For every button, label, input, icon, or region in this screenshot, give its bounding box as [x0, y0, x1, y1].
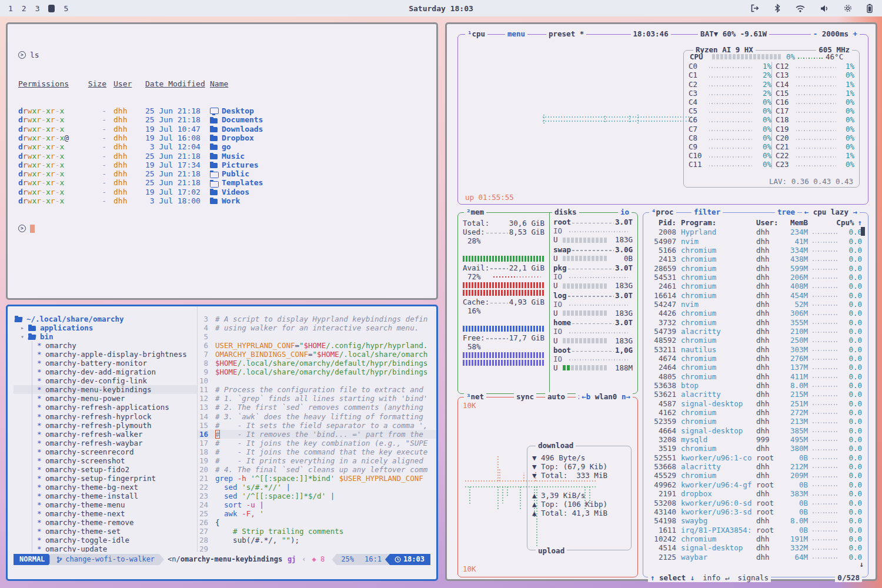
process-row[interactable]: 3208 mysqld 999 495M 0.0 [643, 435, 868, 444]
tree-item[interactable]: *omarchy-setup-fido2 [14, 465, 197, 474]
process-row[interactable]: 4162 chromium dhh 272M 0.0 [643, 408, 868, 417]
workspace-5[interactable]: 5 [64, 4, 68, 13]
process-row[interactable]: 53638 btop dhh 8.0M 0.0 [643, 381, 868, 390]
process-row[interactable]: 48592 chromium dhh 250M 0.0 [643, 336, 868, 345]
bluetooth-icon[interactable] [774, 4, 781, 13]
date-modified: 3 Jul 18:00 [145, 196, 203, 205]
process-row[interactable]: 2413 chromium dhh 438M 0.0 [643, 255, 868, 263]
net-scale-bottom: 10K [463, 564, 476, 573]
process-row[interactable]: 53621 alacritty dhh 215M 0.0 [643, 390, 868, 399]
gear-icon[interactable] [843, 4, 853, 13]
sort-arrow-icon[interactable]: ↑ [854, 218, 862, 227]
tree-item[interactable]: *omarchy-update [14, 544, 197, 552]
interval-decrease[interactable]: - [813, 29, 818, 38]
net-auto-toggle[interactable]: auto [545, 392, 567, 401]
process-row[interactable]: 2191 dropbox dhh 383M 0.0 [643, 489, 868, 498]
tree-item[interactable]: *omarchy-menu-keybindings [14, 385, 197, 394]
battery-icon[interactable] [867, 4, 873, 13]
process-row[interactable]: 54198 swaybg dhh 8.0M 0.0 [643, 516, 868, 525]
tree-item[interactable]: *omarchy-setup-fingerprint [14, 474, 197, 483]
tree-item[interactable]: *omarchy-apple-display-brightness [14, 350, 197, 359]
tree-item[interactable]: *omarchy-theme-bg-next [14, 483, 197, 492]
process-row[interactable]: 1611 irq/81-PIXA3854: root 0B 0.0 [643, 526, 868, 534]
wifi-icon[interactable] [795, 4, 806, 13]
process-row[interactable]: 4514 signal-desktop dhh 332M 0.0 [643, 543, 868, 552]
tree-item[interactable]: *omarchy-screenrecord [14, 447, 197, 456]
tree-item[interactable]: *omarchy-toggle-idle [14, 536, 197, 544]
workspace-1[interactable]: 1 [8, 4, 13, 13]
volume-icon[interactable] [820, 4, 829, 13]
process-row[interactable]: 4664 signal-desktop dhh 385M 0.0 [643, 426, 868, 435]
proc-box-title[interactable]: ⁴proc [649, 208, 676, 216]
tree-item[interactable]: *omarchy-dev-add-migration [14, 368, 197, 376]
workspace-2[interactable]: 2 [22, 4, 26, 13]
filter-button[interactable]: filter [691, 208, 723, 216]
process-row[interactable]: 2461 chromium dhh 408M 0.0 [643, 282, 868, 290]
process-row[interactable]: 3519 chromium dhh 380M 0.0 [643, 444, 868, 453]
process-row[interactable]: 52359 chromium dhh 213M 0.0 [643, 417, 868, 426]
process-row[interactable]: 43140 kworker/u96:3-sd root 0B 0.0 [643, 507, 868, 516]
process-row[interactable]: 49962 kworker/u96:4-gf root 0B 0.0 [643, 480, 868, 489]
workspace-3[interactable]: 3 [35, 4, 40, 13]
process-row[interactable]: 2008 Hyprland dhh 234M 0.0 [643, 228, 868, 236]
process-row[interactable]: 2125 waybar dhh 64M 0.0 [643, 553, 868, 562]
process-row[interactable]: 52551 kworker/u96:1-co root 0B 0.0 [643, 453, 868, 462]
proc-scrollbar[interactable] [861, 227, 865, 236]
uptime: up 01:55:55 [465, 193, 514, 202]
preset-button[interactable]: preset * [546, 29, 586, 38]
tree-item[interactable]: *omarchy-battery-monitor [14, 359, 197, 368]
interval-increase[interactable]: + [853, 29, 857, 38]
cpu-box-title[interactable]: ¹cpu [465, 29, 487, 38]
signals-control[interactable]: signals [737, 573, 769, 582]
menu-button[interactable]: menu [505, 29, 527, 38]
tree-toggle[interactable]: tree [775, 208, 797, 216]
info-control[interactable]: info ↵ [703, 573, 729, 582]
process-row[interactable]: 4426 chromium dhh 306M 0.0 [643, 309, 868, 318]
terminal-cursor[interactable] [30, 225, 35, 233]
tree-item[interactable]: *omarchy-theme-menu [14, 500, 197, 509]
process-row[interactable]: 54739 alacritty dhh 210M 0.0 [643, 327, 868, 336]
net-box-title[interactable]: ³net [464, 392, 486, 401]
process-row[interactable]: 53208 kworker/u96:0-sd root 0B 0.0 [643, 499, 868, 507]
tree-item[interactable]: ▾bin [14, 332, 197, 341]
process-row[interactable]: 2464 chromium dhh 137M 0.0 [643, 363, 868, 372]
process-row[interactable]: 54907 nvim dhh 41M 0.0 [643, 237, 868, 246]
tree-item[interactable]: *omarchy [14, 341, 197, 350]
tree-item[interactable]: *omarchy-refresh-waybar [14, 439, 197, 447]
process-row[interactable]: 16614 chromium dhh 454M 0.0 [643, 291, 868, 300]
logout-icon[interactable] [750, 4, 760, 13]
process-row[interactable]: 54247 nvim dhh 52M 0.0 [643, 300, 868, 309]
net-sync-toggle[interactable]: sync [514, 392, 536, 401]
process-row[interactable]: 53211 nautilus dhh 303M 0.0 [643, 345, 868, 354]
tree-item[interactable]: *omarchy-refresh-plymouth [14, 421, 197, 430]
tree-item[interactable]: *omarchy-theme-install [14, 492, 197, 500]
process-row[interactable]: 10242 chromium dhh 191M 0.0 [643, 534, 868, 543]
tree-item[interactable]: ▸applications [14, 323, 197, 332]
tree-item[interactable]: *omarchy-screenshot [14, 456, 197, 465]
disk-entry: root3.0T IO U183G [553, 218, 633, 245]
process-row[interactable]: 45529 chromium dhh 209M 0.0 [643, 471, 868, 480]
tree-item[interactable]: *omarchy-theme-set [14, 527, 197, 536]
process-row[interactable]: 4805 chromium dhh 411M 0.0 [643, 372, 868, 381]
workspace-4-active-indicator[interactable] [48, 5, 55, 12]
tree-item[interactable]: *omarchy-refresh-hyprlock [14, 412, 197, 421]
tree-item[interactable]: *omarchy-refresh-walker [14, 430, 197, 439]
tree-item[interactable]: *omarchy-theme-next [14, 509, 197, 518]
process-row[interactable]: 4674 chromium dhh 276M 0.0 [643, 354, 868, 363]
tree-item[interactable]: *omarchy-refresh-applications [14, 403, 197, 412]
sort-mode[interactable]: ← cpu lazy → [802, 208, 860, 216]
process-row[interactable]: 4587 signal-desktop dhh 251M 0.0 [643, 399, 868, 408]
tree-item[interactable]: *omarchy-dev-config-link [14, 376, 197, 385]
scroll-down-icon[interactable]: ↓ [859, 560, 864, 569]
process-row[interactable]: 54531 chromium dhh 206M 0.0 [643, 273, 868, 282]
tree-item[interactable]: *omarchy-menu-power [14, 394, 197, 403]
process-row[interactable]: 53668 alacritty dhh 212M 0.0 [643, 462, 868, 471]
process-row[interactable]: 5166 chromium dhh 334M 0.0 [643, 246, 868, 255]
code-editor[interactable]: 3# A script to display Hyprland keybindi… [197, 306, 436, 552]
select-control[interactable]: select [659, 573, 686, 582]
tree-item[interactable]: ~/.local/share/omarchy [14, 315, 197, 323]
tree-item[interactable]: *omarchy-theme-remove [14, 518, 197, 527]
net-interface[interactable]: ←b wlan0 n→ [579, 392, 633, 401]
process-row[interactable]: 3732 chromium dhh 355M 0.0 [643, 318, 868, 327]
process-row[interactable]: 28659 chromium dhh 599M 0.0 [643, 264, 868, 273]
